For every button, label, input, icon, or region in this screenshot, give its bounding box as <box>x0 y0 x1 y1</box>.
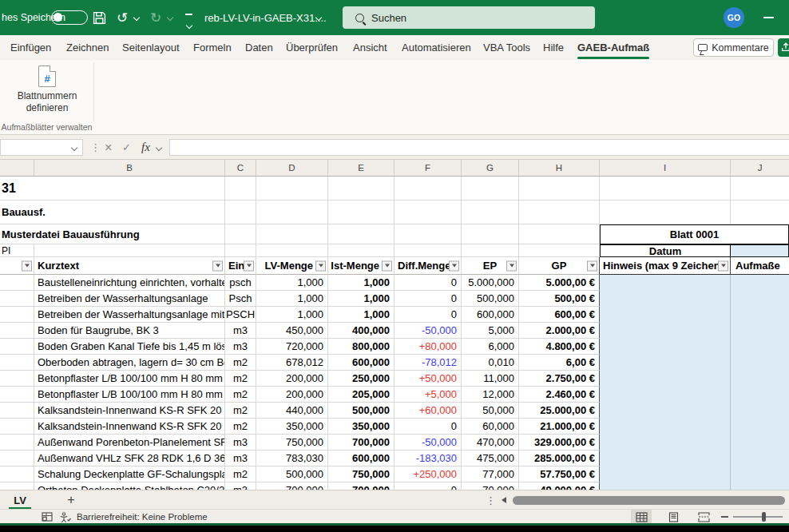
cell-einheit[interactable]: m3 <box>225 482 256 490</box>
tab-automatisieren[interactable]: Automatisieren <box>402 35 471 60</box>
tabbar-dots-icon[interactable]: ⋮ <box>486 490 496 510</box>
blattnummern-definieren-button[interactable]: # Blattnummern definieren <box>3 63 91 121</box>
cell-datum[interactable]: Datum <box>600 244 731 257</box>
cell-hinweis[interactable] <box>600 307 731 323</box>
cell-a[interactable] <box>0 419 34 435</box>
cell-lv-menge[interactable]: 200,000 <box>256 387 328 403</box>
cell[interactable] <box>328 224 394 244</box>
cell[interactable] <box>462 224 519 244</box>
account-avatar[interactable]: GO <box>724 7 744 28</box>
cell-aufmass[interactable] <box>731 435 789 451</box>
cell[interactable] <box>462 177 519 200</box>
cell[interactable] <box>34 244 225 257</box>
cell[interactable] <box>462 244 519 257</box>
filter-button[interactable] <box>244 260 254 271</box>
normal-view-button[interactable] <box>631 509 652 525</box>
cell-aufmass[interactable] <box>731 482 789 490</box>
cell-a[interactable] <box>0 387 34 403</box>
cell-einheit[interactable]: Psch <box>225 291 256 307</box>
cell-ep[interactable]: 11,000 <box>462 371 519 387</box>
enter-icon[interactable]: ✓ <box>122 135 131 160</box>
cell-hinweis[interactable] <box>600 466 731 482</box>
cell[interactable] <box>394 177 462 200</box>
cell-lv-menge[interactable]: 500,000 <box>256 466 328 482</box>
cell-a[interactable] <box>0 403 34 419</box>
zoom-out-button[interactable] <box>721 510 728 524</box>
col-header-d[interactable]: D <box>256 160 328 176</box>
col-header-c[interactable]: C <box>225 160 256 176</box>
cell[interactable] <box>394 224 462 244</box>
accessibility-icon[interactable] <box>59 510 71 524</box>
cell-ep[interactable]: 600,000 <box>462 307 519 323</box>
cell[interactable] <box>225 244 256 257</box>
cell-lv-menge[interactable]: 440,000 <box>256 403 328 419</box>
cell-a[interactable] <box>0 275 34 291</box>
cell-aufmass[interactable] <box>731 419 789 435</box>
cell-aufmass[interactable] <box>731 355 789 371</box>
quick-access-menu-icon[interactable] <box>185 14 193 31</box>
cell-a[interactable] <box>0 466 34 482</box>
cell-einheit[interactable]: m2 <box>225 355 256 371</box>
cell-hinweis[interactable] <box>600 387 731 403</box>
cell-kurztext[interactable]: Baustelleneinrichtung einrichten, vorhal… <box>34 275 225 291</box>
tab-vba-tools[interactable]: VBA Tools <box>483 35 530 60</box>
cell[interactable] <box>462 200 519 224</box>
cell-hinweis[interactable] <box>600 291 731 307</box>
cell-pi[interactable]: PI <box>2 244 10 256</box>
col-header-j[interactable]: J <box>731 160 789 176</box>
insert-function-icon[interactable]: fx <box>141 135 150 160</box>
cell-lv-menge[interactable]: 350,000 <box>256 419 328 435</box>
cell-ist-menge[interactable]: 700,000 <box>328 435 394 451</box>
cell-aufmass[interactable] <box>731 291 789 307</box>
filter-button[interactable] <box>449 260 459 271</box>
cell-kurztext[interactable]: Betreiben der Wasserhaltungsanlage mit Ü <box>34 307 225 323</box>
cell-gp[interactable]: 600,00 € <box>519 307 600 323</box>
col-header-a[interactable] <box>0 160 34 176</box>
minimize-button[interactable] <box>763 17 774 18</box>
cell-musterdatei[interactable]: Musterdatei Bauausführung <box>2 224 140 244</box>
cell-diff-menge[interactable]: +5,000 <box>394 387 462 403</box>
name-box[interactable] <box>0 139 83 156</box>
cell-kurztext[interactable]: Oberboden abtragen, lagern d= 30 cm Bode <box>34 355 225 371</box>
accessibility-status[interactable]: Barrierefreiheit: Keine Probleme <box>77 510 208 524</box>
cell-kurztext[interactable]: Schalung Deckenplatte GF-Schalungsplatte <box>34 466 225 482</box>
filter-button[interactable] <box>212 260 223 271</box>
cell[interactable] <box>225 200 256 224</box>
cell-diff-menge[interactable]: 0 <box>394 275 462 291</box>
cell-gp[interactable]: 25.000,00 € <box>519 403 600 419</box>
cell-hinweis[interactable] <box>600 371 731 387</box>
col-header-h[interactable]: H <box>519 160 600 176</box>
cell-a[interactable] <box>0 482 34 490</box>
cell-ist-menge[interactable]: 600,000 <box>328 451 394 466</box>
cell[interactable] <box>328 177 394 200</box>
cell-diff-menge[interactable]: 0 <box>394 291 462 307</box>
cell-ep[interactable]: 5,000 <box>462 323 519 339</box>
cell-aufmass[interactable] <box>731 387 789 403</box>
cell-diff-menge[interactable]: +250,000 <box>394 466 462 482</box>
workbook-title[interactable]: reb-LV-LV-in-GAEB-X31.... <box>204 0 327 35</box>
cell-hinweis[interactable] <box>600 339 731 355</box>
name-box-chevron-icon[interactable] <box>71 144 77 150</box>
cell[interactable] <box>600 200 731 224</box>
cell-gp[interactable]: 2.460,00 € <box>519 387 600 403</box>
cell-lv-menge[interactable]: 783,030 <box>256 451 328 466</box>
cell-diff-menge[interactable]: +80,000 <box>394 339 462 355</box>
cell-aufmass[interactable] <box>731 275 789 291</box>
cell-kurztext[interactable]: Kalksandstein-Innenwand KS-R SFK 20 RDK <box>34 419 225 435</box>
cell-header-a[interactable] <box>0 257 34 275</box>
cell-ist-menge[interactable]: 600,000 <box>328 355 394 371</box>
cell-gp[interactable]: 500,00 € <box>519 291 600 307</box>
cell[interactable] <box>731 177 789 200</box>
search-input[interactable]: Suchen <box>343 6 595 29</box>
autosave-toggle[interactable] <box>51 10 88 25</box>
cell-diff-menge[interactable]: -50,000 <box>394 435 462 451</box>
cell-diff-menge[interactable]: -50,000 <box>394 323 462 339</box>
cell-kurztext[interactable]: Außenwand Porenbeton-Planelement SFK 4 <box>34 435 225 451</box>
cell-hinweis[interactable] <box>600 403 731 419</box>
cell-gp[interactable]: 57.750,00 € <box>519 466 600 482</box>
cell-ist-menge[interactable]: 1,000 <box>328 275 394 291</box>
cancel-icon[interactable]: × <box>105 135 112 160</box>
cell-ist-menge[interactable]: 1,000 <box>328 291 394 307</box>
cell-einheit[interactable]: m3 <box>225 323 256 339</box>
cell-ep[interactable]: 500,000 <box>462 291 519 307</box>
